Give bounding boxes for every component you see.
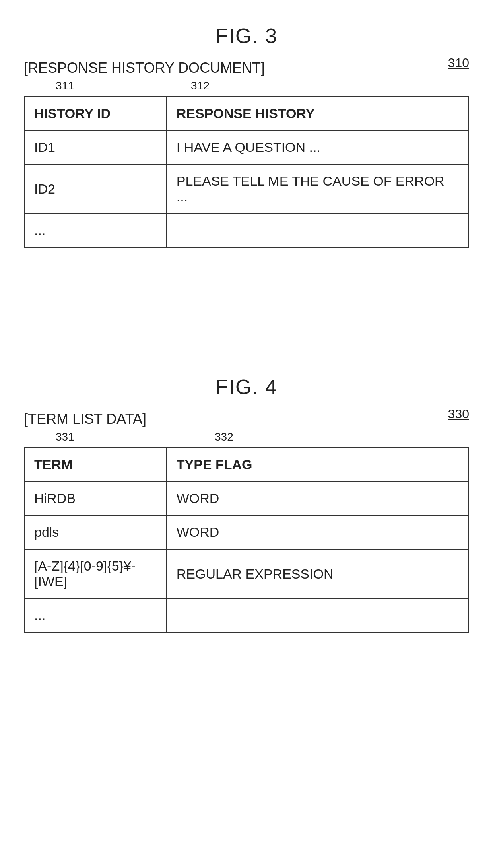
fig3-row-2: ID2 PLEASE TELL ME THE CAUSE OF ERROR ..… — [24, 164, 469, 214]
fig4-header-area: [TERM LIST DATA] 330 — [24, 411, 469, 431]
fig4-section: FIG. 4 [TERM LIST DATA] 330 331 332 TERM… — [24, 375, 469, 633]
fig4-ann-331: 331 — [56, 431, 74, 443]
fig3-title: FIG. 3 — [24, 24, 469, 48]
fig3-header-area: [RESPONSE HISTORY DOCUMENT] 310 — [24, 60, 469, 80]
fig3-row2-content: PLEASE TELL ME THE CAUSE OF ERROR ... — [167, 164, 469, 214]
fig4-table: TERM TYPE FLAG HiRDB WORD pdls WORD [A-Z… — [24, 447, 469, 633]
fig4-row4-term: ... — [24, 598, 167, 632]
fig3-row3-content — [167, 214, 469, 247]
fig3-doc-label: [RESPONSE HISTORY DOCUMENT] — [24, 60, 265, 76]
fig4-title: FIG. 4 — [24, 375, 469, 399]
fig4-row-2: pdls WORD — [24, 515, 469, 549]
fig3-row-3: ... — [24, 214, 469, 247]
fig4-row3-term: [A-Z]{4}[0-9]{5}¥-[IWE] — [24, 549, 167, 598]
fig3-col2-header: RESPONSE HISTORY — [167, 97, 469, 130]
fig3-row-1: ID1 I HAVE A QUESTION ... — [24, 130, 469, 164]
fig3-table: HISTORY ID RESPONSE HISTORY ID1 I HAVE A… — [24, 96, 469, 248]
fig3-section: FIG. 3 [RESPONSE HISTORY DOCUMENT] 310 3… — [24, 24, 469, 248]
fig4-row-1: HiRDB WORD — [24, 482, 469, 515]
fig3-col1-header: HISTORY ID — [24, 97, 167, 130]
fig4-row1-term: HiRDB — [24, 482, 167, 515]
fig4-row4-flag — [167, 598, 469, 632]
fig4-annotations: 331 332 — [24, 431, 469, 447]
fig4-row1-flag: WORD — [167, 482, 469, 515]
fig3-annotations: 311 312 — [24, 80, 469, 95]
fig3-row1-id: ID1 — [24, 130, 167, 164]
fig3-row2-id: ID2 — [24, 164, 167, 214]
fig3-row3-id: ... — [24, 214, 167, 247]
fig3-row1-content: I HAVE A QUESTION ... — [167, 130, 469, 164]
fig4-ann-332: 332 — [215, 431, 233, 443]
fig3-ann-312: 312 — [191, 80, 210, 92]
fig3-ann-311: 311 — [56, 80, 74, 92]
fig4-doc-label: [TERM LIST DATA] — [24, 411, 146, 427]
fig4-col1-header: TERM — [24, 448, 167, 482]
fig4-ref-number: 330 — [448, 407, 469, 421]
spacer — [24, 280, 469, 351]
fig4-row2-flag: WORD — [167, 515, 469, 549]
fig4-row-3: [A-Z]{4}[0-9]{5}¥-[IWE] REGULAR EXPRESSI… — [24, 549, 469, 598]
fig4-row-4: ... — [24, 598, 469, 632]
fig3-table-header: HISTORY ID RESPONSE HISTORY — [24, 97, 469, 130]
fig4-col2-header: TYPE FLAG — [167, 448, 469, 482]
fig3-ref-number: 310 — [448, 56, 469, 70]
fig4-row2-term: pdls — [24, 515, 167, 549]
fig4-row3-flag: REGULAR EXPRESSION — [167, 549, 469, 598]
fig4-table-header: TERM TYPE FLAG — [24, 448, 469, 482]
